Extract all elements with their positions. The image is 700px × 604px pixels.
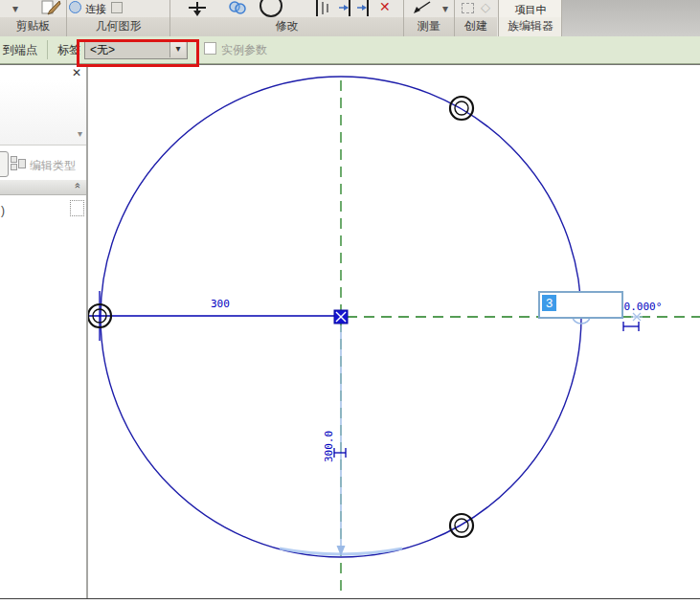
options-separator	[47, 40, 48, 59]
panel-separator	[169, 0, 170, 36]
truncated-property-text: )	[1, 204, 5, 217]
vertical-dimension-text[interactable]: 300.0	[319, 431, 336, 462]
hole-symbol-top-right[interactable]	[450, 97, 473, 120]
measure-dropdown-icon[interactable]: ▾	[442, 2, 448, 15]
panel-modify-label: 修改	[276, 19, 299, 33]
indent-icon[interactable]	[356, 0, 371, 16]
center-reference-point[interactable]	[334, 310, 348, 324]
annotation-highlight-box	[77, 39, 199, 67]
create-group-icon[interactable]	[462, 3, 474, 13]
ribbon-empty-area	[562, 0, 700, 36]
edit-type-button[interactable]: 编辑类型	[30, 158, 76, 174]
panel-section-header: »	[0, 180, 86, 195]
align-icon[interactable]	[314, 0, 329, 16]
instance-parameter-label: 实例参数	[221, 42, 267, 58]
move-icon[interactable]	[186, 0, 209, 16]
snap-star-icon	[631, 313, 643, 321]
chevron-down-icon[interactable]: ▾	[12, 2, 18, 15]
instance-parameter-checkbox[interactable]	[204, 42, 216, 55]
radius-dimension-text[interactable]: 300	[211, 298, 230, 310]
focused-cell-outline[interactable]	[70, 200, 84, 216]
panel-measure-label: 测量	[418, 19, 440, 33]
panel-geometry: 几何图形	[67, 17, 169, 36]
panel-geometry-label: 几何图形	[96, 19, 142, 33]
panel-separator	[66, 0, 67, 36]
delete-icon[interactable]: ✕	[379, 0, 391, 14]
dimension-grip-handle[interactable]	[623, 322, 639, 331]
panel-clipboard-label: 剪贴板	[16, 19, 51, 33]
panel-modify: 修改	[170, 17, 403, 36]
panel-separator	[498, 0, 499, 36]
type-selector-dropdown-icon[interactable]: ▾	[78, 128, 82, 139]
panel-separator	[403, 0, 404, 36]
partial-button[interactable]	[0, 151, 9, 177]
panel-create: 创建	[455, 17, 497, 36]
collapse-chevron-icon[interactable]: »	[71, 185, 82, 189]
create-diamond-icon[interactable]: ◇	[481, 0, 490, 14]
panel-create-label: 创建	[464, 19, 487, 33]
snap-endpoint-text: 到端点	[3, 42, 37, 58]
close-icon[interactable]: ✕	[72, 66, 81, 79]
format-painter-icon[interactable]	[40, 0, 61, 16]
edit-type-icon	[11, 156, 26, 170]
dimension-edit-box[interactable]: 3	[538, 291, 623, 319]
join-icon[interactable]	[69, 1, 81, 13]
copy-circles-icon[interactable]	[228, 0, 247, 15]
panel-measure: 测量	[404, 17, 454, 36]
join-label[interactable]: 连接	[85, 2, 106, 16]
dimension-edit-value[interactable]: 3	[542, 295, 556, 311]
type-selector[interactable]: ▾	[0, 80, 86, 145]
load-into-project-label[interactable]: 项目中	[504, 3, 557, 17]
hole-symbol-bottom-right[interactable]	[450, 514, 473, 537]
measure-icon[interactable]	[412, 0, 433, 15]
canvas-bottom-border	[0, 598, 700, 599]
geometry-tool-icon[interactable]	[111, 2, 123, 13]
drawing-svg	[88, 65, 700, 598]
panel-family-editor-label: 族编辑器	[508, 19, 553, 33]
circle-tool-icon[interactable]	[260, 0, 282, 17]
angle-dimension-text[interactable]: 60.000°	[618, 301, 662, 313]
drawing-canvas[interactable]: 300 300.0 60.000° 3	[88, 65, 700, 598]
app-window: ▾ 连接 ✕	[0, 0, 700, 604]
panel-separator	[454, 0, 455, 36]
properties-panel: ✕ ▾ 编辑类型 » )	[0, 65, 88, 598]
ribbon: ▾ 连接 ✕	[0, 0, 700, 36]
panel-clipboard: 剪贴板	[0, 17, 66, 36]
align-right-icon[interactable]	[337, 0, 352, 16]
panel-family-editor[interactable]: 族编辑器	[499, 17, 562, 36]
